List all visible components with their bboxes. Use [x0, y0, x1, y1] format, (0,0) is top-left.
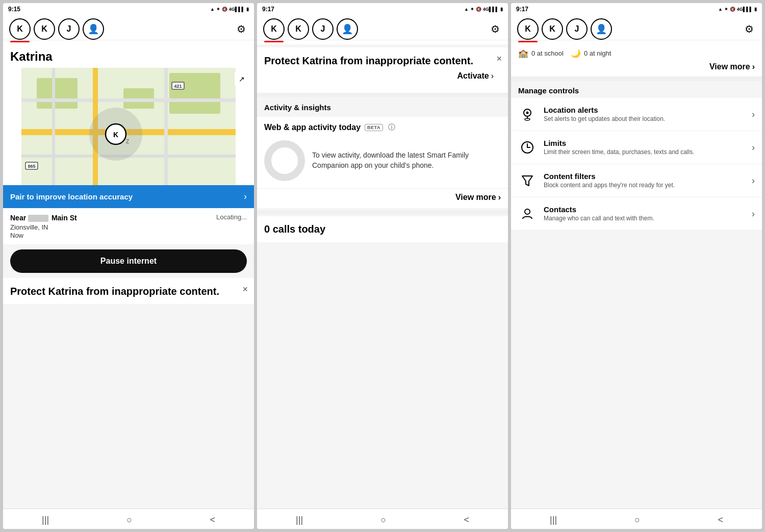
pair-cta[interactable]: Pair to improve location accuracy ›	[3, 185, 254, 208]
nav-back-1[interactable]: <	[210, 515, 215, 525]
partial-stats-row: 🏫 0 at school 🌙 0 at night	[511, 44, 762, 62]
svg-text:K: K	[113, 131, 118, 139]
view-more-link-top[interactable]: View more	[709, 62, 750, 71]
avatar-j-2[interactable]: J	[312, 18, 334, 40]
activity-card-header: Web & app activity today BETA ⓘ	[257, 117, 508, 135]
activity-desc: To view activity, download the latest Sm…	[312, 150, 501, 170]
time-2: 9:17	[262, 6, 274, 13]
wifi-icon-3: ▲	[718, 7, 723, 12]
protect-title-2: Protect Katrina from inappropriate conte…	[264, 55, 501, 67]
close-banner-button-1[interactable]: ×	[242, 284, 248, 295]
nav-back-2[interactable]: <	[464, 515, 469, 525]
nav-home-3[interactable]: ○	[634, 515, 640, 525]
content-filters-item[interactable]: Content filters Block content and apps t…	[511, 164, 762, 197]
close-banner-button-2[interactable]: ×	[496, 54, 502, 64]
header-spacing-2	[257, 40, 508, 44]
avatar-j[interactable]: J	[58, 18, 80, 40]
status-icons-2: ▲ ✦ 🔇 4G▌▌▌ ▮	[464, 7, 503, 12]
avatar-k2[interactable]: K	[34, 18, 55, 40]
svg-point-26	[525, 209, 530, 214]
avatar-person-2[interactable]: 👤	[337, 18, 358, 40]
bluetooth-icon-2: ✦	[470, 7, 474, 12]
settings-button-2[interactable]: ⚙	[489, 21, 502, 37]
location-alerts-desc: Set alerts to get updates about their lo…	[544, 115, 745, 123]
volume-icon-2: 🔇	[476, 7, 481, 12]
pair-cta-arrow: ›	[244, 191, 247, 202]
screen-2: 9:17 ▲ ✦ 🔇 4G▌▌▌ ▮ K K J 👤 ⚙ ×	[257, 3, 508, 529]
avatar-k-active-3[interactable]: K	[517, 18, 539, 40]
battery-icon-3: ▮	[754, 7, 757, 12]
nav-home-1[interactable]: ○	[126, 515, 132, 525]
nav-menu-2[interactable]: |||	[296, 515, 303, 525]
content-filters-chevron: ›	[752, 175, 755, 186]
view-more-link-1[interactable]: View more	[455, 193, 496, 202]
avatars-1: K K J 👤	[9, 18, 104, 40]
nav-bar-1: ||| ○ <	[3, 509, 254, 529]
header-spacing-3	[511, 40, 762, 44]
location-street-block: Near Main St	[10, 213, 77, 222]
pause-internet-button[interactable]: Pause internet	[10, 249, 247, 273]
location-alerts-chevron: ›	[752, 109, 755, 120]
activity-body: To view activity, download the latest Sm…	[257, 135, 508, 188]
view-more-row-1: View more ›	[257, 188, 508, 208]
activate-link[interactable]: Activate	[457, 71, 489, 81]
activity-card: Web & app activity today BETA ⓘ To view …	[257, 117, 508, 208]
settings-button-1[interactable]: ⚙	[235, 21, 248, 37]
settings-button-3[interactable]: ⚙	[743, 21, 756, 37]
status-bar-3: 9:17 ▲ ✦ 🔇 4G▌▌▌ ▮	[511, 3, 762, 15]
location-alerts-item[interactable]: Location alerts Set alerts to get update…	[511, 98, 762, 131]
school-label: 0 at school	[531, 49, 564, 57]
avatar-k-active[interactable]: K	[9, 18, 31, 40]
view-more-arrow-1: ›	[498, 193, 501, 202]
location-alerts-text: Location alerts Set alerts to get update…	[544, 106, 745, 123]
limits-item[interactable]: Limits Limit their screen time, data, pu…	[511, 131, 762, 164]
protect-banner-1: × Protect Katrina from inappropriate con…	[3, 278, 254, 304]
location-label: Near Main St	[10, 214, 77, 222]
clock-icon	[520, 140, 534, 155]
contacts-title: Contacts	[544, 205, 745, 214]
avatars-2: K K J 👤	[263, 18, 358, 40]
svg-marker-25	[522, 176, 532, 186]
screen3-content: 🏫 0 at school 🌙 0 at night View more › M…	[511, 44, 762, 509]
wifi-icon-2: ▲	[464, 7, 469, 12]
avatar-j-3[interactable]: J	[566, 18, 588, 40]
content-filters-text: Content filters Block content and apps t…	[544, 172, 745, 190]
location-address: Near Main St Locating...	[10, 213, 247, 222]
location-blur	[28, 215, 48, 222]
nav-menu-3[interactable]: |||	[550, 515, 557, 525]
pair-cta-text: Pair to improve location accuracy	[10, 192, 133, 201]
protect-title-1: Protect Katrina from inappropriate conte…	[10, 285, 247, 298]
divider-3	[511, 77, 762, 81]
map-expand-btn[interactable]: ↗	[235, 72, 249, 86]
night-stat: 🌙 0 at night	[571, 48, 611, 58]
view-more-arrow-top: ›	[752, 62, 755, 71]
activate-row: Activate ›	[264, 67, 501, 87]
map-area[interactable]: 421 865 K Z ↗	[3, 68, 254, 185]
time-3: 9:17	[516, 6, 528, 13]
school-icon: 🏫	[518, 48, 528, 58]
avatar-k-active-2[interactable]: K	[263, 18, 285, 40]
signal-icon: 4G▌▌▌	[229, 7, 245, 12]
screen2-content: × Protect Katrina from inappropriate con…	[257, 44, 508, 509]
nav-home-2[interactable]: ○	[380, 515, 386, 525]
signal-icon-3: 4G▌▌▌	[737, 7, 753, 12]
svg-rect-9	[52, 68, 55, 185]
activate-arrow: ›	[491, 71, 494, 81]
contacts-item[interactable]: Contacts Manage who can call and text wi…	[511, 197, 762, 231]
limits-text: Limits Limit their screen time, data, pu…	[544, 139, 745, 157]
svg-text:865: 865	[28, 164, 35, 169]
app-header-2: K K J 👤 ⚙	[257, 15, 508, 40]
nav-bar-3: ||| ○ <	[511, 509, 762, 529]
avatar-person[interactable]: 👤	[83, 18, 104, 40]
contacts-desc: Manage who can call and text with them.	[544, 215, 745, 223]
info-icon[interactable]: ⓘ	[388, 123, 395, 132]
nav-back-3[interactable]: <	[718, 515, 723, 525]
app-header-3: K K J 👤 ⚙	[511, 15, 762, 40]
avatar-person-3[interactable]: 👤	[591, 18, 612, 40]
avatar-k2-3[interactable]: K	[542, 18, 563, 40]
battery-icon-2: ▮	[500, 7, 503, 12]
nav-menu-1[interactable]: |||	[42, 515, 49, 525]
app-header-1: K K J 👤 ⚙	[3, 15, 254, 40]
avatar-k2-2[interactable]: K	[288, 18, 309, 40]
svg-rect-3	[169, 73, 220, 114]
